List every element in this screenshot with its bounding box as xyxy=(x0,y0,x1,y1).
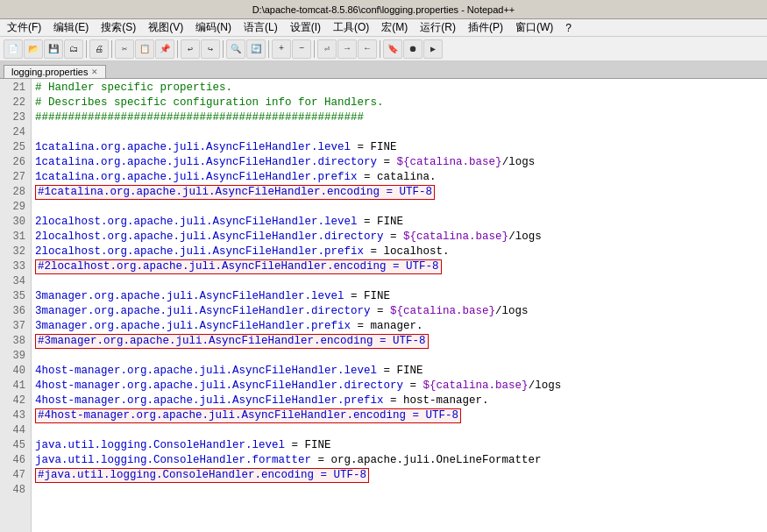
table-row xyxy=(35,200,763,215)
toolbar: 📄 📂 💾 🗂 🖨 ✂ 📋 📌 ↩ ↪ 🔍 🔄 + − ⏎ → ← 🔖 ⏺ ▶ xyxy=(0,37,767,61)
menu-tools[interactable]: 工具(O) xyxy=(328,19,374,36)
code-variable: ${catalina.base} xyxy=(397,155,502,170)
code-value: = org.apache.juli.OneLineFormatter xyxy=(311,453,542,468)
code-key: 4host-manager.org.apache.juli.AsyncFileH… xyxy=(35,379,403,394)
line-number: 48 xyxy=(4,483,25,498)
highlighted-line: #3manager.org.apache.juli.AsyncFileHandl… xyxy=(35,334,429,349)
toolbar-print[interactable]: 🖨 xyxy=(89,39,109,59)
table-row: java.util.logging.ConsoleHandler.formatt… xyxy=(35,453,763,468)
table-row xyxy=(35,274,763,289)
comment-line: ########################################… xyxy=(35,110,364,125)
highlighted-line: #1catalina.org.apache.juli.AsyncFileHand… xyxy=(35,185,435,200)
toolbar-macro-play[interactable]: ▶ xyxy=(423,39,443,59)
line-number: 46 xyxy=(4,453,25,468)
toolbar-macro-rec[interactable]: ⏺ xyxy=(403,39,423,59)
title-text: D:\apache-tomcat-8.5.86\conf\logging.pro… xyxy=(4,4,763,15)
comment-line: # Describes specific configuration info … xyxy=(35,96,384,110)
line-number: 42 xyxy=(4,394,25,408)
table-row: 2localhost.org.apache.juli.AsyncFileHand… xyxy=(35,215,763,230)
toolbar-find[interactable]: 🔍 xyxy=(226,39,245,59)
toolbar-sep4 xyxy=(223,40,224,58)
table-row xyxy=(35,349,763,364)
table-row: 3manager.org.apache.juli.AsyncFileHandle… xyxy=(35,319,763,334)
table-row xyxy=(35,483,763,498)
line-number: 23 xyxy=(4,110,25,125)
tab-close-icon[interactable]: ✕ xyxy=(91,67,98,76)
table-row xyxy=(35,423,763,438)
toolbar-cut[interactable]: ✂ xyxy=(115,39,134,59)
line-number: 35 xyxy=(4,289,25,304)
table-row: ########################################… xyxy=(35,110,763,125)
toolbar-replace[interactable]: 🔄 xyxy=(246,39,266,59)
code-key: 1catalina.org.apache.juli.AsyncFileHandl… xyxy=(35,155,377,170)
table-row xyxy=(35,125,763,140)
tab-label: logging.properties xyxy=(11,67,88,77)
toolbar-sep7 xyxy=(380,40,380,58)
toolbar-zoom-out[interactable]: − xyxy=(292,39,311,59)
line-number: 22 xyxy=(4,96,25,110)
menu-encode[interactable]: 编码(N) xyxy=(190,19,237,36)
toolbar-sep6 xyxy=(314,40,315,58)
line-number: 39 xyxy=(4,349,25,364)
line-number: 37 xyxy=(4,319,25,334)
table-row: #3manager.org.apache.juli.AsyncFileHandl… xyxy=(35,334,763,349)
menu-language[interactable]: 语言(L) xyxy=(238,19,283,36)
line-number: 40 xyxy=(4,364,25,379)
toolbar-sep2 xyxy=(111,40,112,58)
line-number: 32 xyxy=(4,245,25,259)
menu-view[interactable]: 视图(V) xyxy=(143,19,188,36)
table-row: #2localhost.org.apache.juli.AsyncFileHan… xyxy=(35,259,763,274)
code-container: 2122232425262728293031323334353637383940… xyxy=(0,79,767,532)
toolbar-zoom-in[interactable]: + xyxy=(272,39,291,59)
toolbar-save[interactable]: 💾 xyxy=(44,39,63,59)
menu-help[interactable]: ? xyxy=(560,21,577,35)
code-lines[interactable]: # Handler specific properties.# Describe… xyxy=(32,79,767,532)
toolbar-paste[interactable]: 📌 xyxy=(155,39,174,59)
code-variable: ${catalina.base} xyxy=(390,304,495,319)
highlighted-line: #2localhost.org.apache.juli.AsyncFileHan… xyxy=(35,259,442,274)
toolbar-open[interactable]: 📂 xyxy=(24,39,43,59)
line-number: 38 xyxy=(4,334,25,349)
table-row: #java.util.logging.ConsoleHandler.encodi… xyxy=(35,468,763,483)
toolbar-indent[interactable]: → xyxy=(337,39,357,59)
code-value: = manager. xyxy=(351,319,423,334)
menu-edit[interactable]: 编辑(E) xyxy=(48,19,94,36)
line-number: 28 xyxy=(4,185,25,200)
table-row: 2localhost.org.apache.juli.AsyncFileHand… xyxy=(35,230,763,245)
toolbar-outdent[interactable]: ← xyxy=(358,39,377,59)
line-number: 29 xyxy=(4,200,25,215)
toolbar-copy[interactable]: 📋 xyxy=(135,39,154,59)
toolbar-new[interactable]: 📄 xyxy=(4,39,23,59)
table-row: 3manager.org.apache.juli.AsyncFileHandle… xyxy=(35,289,763,304)
menu-run[interactable]: 运行(R) xyxy=(415,19,461,36)
toolbar-undo[interactable]: ↩ xyxy=(181,39,200,59)
menu-macro[interactable]: 宏(M) xyxy=(376,19,413,36)
table-row: 4host-manager.org.apache.juli.AsyncFileH… xyxy=(35,364,763,379)
table-row: 3manager.org.apache.juli.AsyncFileHandle… xyxy=(35,304,763,319)
toolbar-bookmark[interactable]: 🔖 xyxy=(383,39,402,59)
menu-settings[interactable]: 设置(I) xyxy=(285,19,326,36)
toolbar-wrap[interactable]: ⏎ xyxy=(317,39,337,59)
line-number: 43 xyxy=(4,408,25,423)
menu-file[interactable]: 文件(F) xyxy=(2,19,46,36)
toolbar-saveall[interactable]: 🗂 xyxy=(64,39,83,59)
main-content: 2122232425262728293031323334353637383940… xyxy=(0,79,767,532)
line-number: 41 xyxy=(4,379,25,394)
code-key: 3manager.org.apache.juli.AsyncFileHandle… xyxy=(35,319,351,334)
table-row: 4host-manager.org.apache.juli.AsyncFileH… xyxy=(35,394,763,408)
table-row: 4host-manager.org.apache.juli.AsyncFileH… xyxy=(35,379,763,394)
table-row: # Handler specific properties. xyxy=(35,81,763,96)
code-key: 2localhost.org.apache.juli.AsyncFileHand… xyxy=(35,245,364,259)
line-number: 36 xyxy=(4,304,25,319)
menu-window[interactable]: 窗口(W) xyxy=(510,19,558,36)
toolbar-redo[interactable]: ↪ xyxy=(201,39,220,59)
line-number: 26 xyxy=(4,155,25,170)
tab-logging-properties[interactable]: logging.properties ✕ xyxy=(4,65,106,78)
menu-search[interactable]: 搜索(S) xyxy=(96,19,141,36)
code-value: = catalina. xyxy=(358,170,437,185)
menu-plugin[interactable]: 插件(P) xyxy=(463,19,508,36)
table-row: #4host-manager.org.apache.juli.AsyncFile… xyxy=(35,408,763,423)
title-bar: D:\apache-tomcat-8.5.86\conf\logging.pro… xyxy=(0,0,767,19)
line-numbers: 2122232425262728293031323334353637383940… xyxy=(0,79,32,532)
line-number: 34 xyxy=(4,274,25,289)
